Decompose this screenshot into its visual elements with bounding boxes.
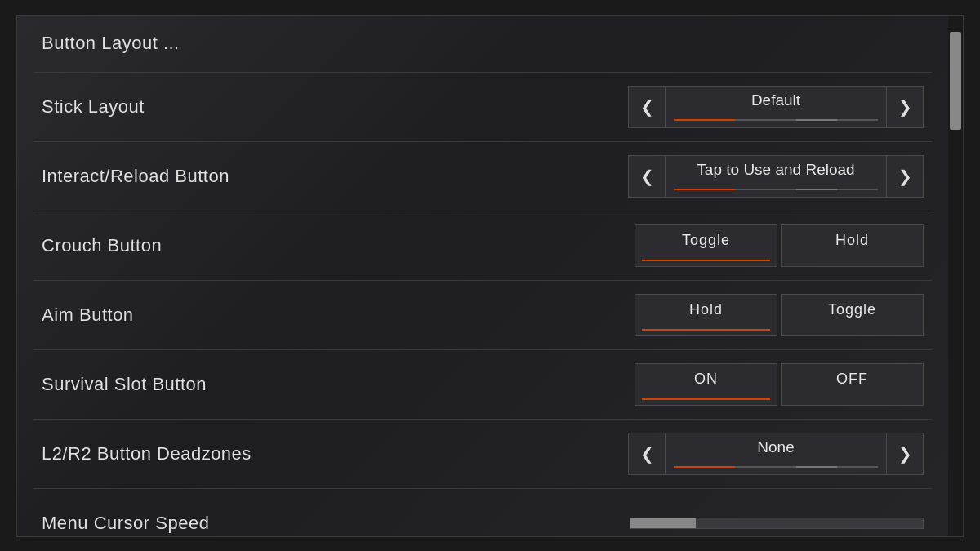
setting-row-cursor-speed: Menu Cursor Speed [33,489,932,552]
cursor-speed-label: Menu Cursor Speed [42,513,209,534]
stick-layout-control: ❮ Default ❯ [628,86,924,128]
stick-layout-value-box: Default [666,86,886,128]
crouch-toggle-label: Toggle [682,232,730,249]
setting-row-stick-layout: Stick Layout ❮ Default ❯ [33,73,932,142]
cursor-speed-control [630,518,924,529]
deadzones-underline [674,466,878,468]
stick-layout-label: Stick Layout [42,96,145,118]
scrollbar-thumb[interactable] [950,32,961,130]
stick-layout-value: Default [751,91,800,109]
setting-row-interact-reload: Interact/Reload Button ❮ Tap to Use and … [33,142,932,211]
crouch-toggle-underline [642,260,770,261]
crouch-hold-label: Hold [835,232,869,249]
setting-row-crouch: Crouch Button Toggle Hold [33,211,932,281]
deadzones-right-arrow[interactable]: ❯ [886,433,924,475]
crouch-hold-btn[interactable]: Hold [781,224,924,267]
aim-toggle-label: Toggle [828,301,876,318]
aim-toggle-btn[interactable]: Toggle [781,294,924,336]
setting-row-survival: Survival Slot Button ON OFF [33,350,932,420]
stick-layout-left-arrow[interactable]: ❮ [628,86,666,128]
aim-hold-label: Hold [689,301,723,318]
survival-on-underline [642,398,770,400]
survival-on-btn[interactable]: ON [635,363,777,406]
cursor-speed-thumb[interactable] [630,518,696,528]
survival-on-label: ON [694,371,718,388]
scrollbar[interactable] [948,16,963,536]
crouch-label: Crouch Button [42,235,162,256]
deadzones-label: L2/R2 Button Deadzones [42,443,252,464]
left-arrow-icon: ❮ [640,97,654,117]
survival-off-underline [788,398,916,400]
deadzones-left-arrow[interactable]: ❮ [628,433,666,475]
interact-reload-right-arrow[interactable]: ❯ [886,155,924,198]
cursor-speed-track[interactable] [630,518,924,529]
interact-reload-label: Interact/Reload Button [42,166,229,187]
settings-panel-wrapper: Button Layout ... Stick Layout ❮ Default… [16,15,964,537]
deadzones-control: ❮ None ❯ [628,433,924,475]
interact-reload-control: ❮ Tap to Use and Reload ❯ [628,155,924,198]
left-arrow-icon-3: ❮ [640,444,654,464]
stick-layout-right-arrow[interactable]: ❯ [886,86,924,128]
crouch-control: Toggle Hold [635,224,924,267]
right-arrow-icon-2: ❯ [898,167,912,186]
setting-row-deadzones: L2/R2 Button Deadzones ❮ None ❯ [33,420,932,489]
aim-hold-btn[interactable]: Hold [635,294,777,336]
stick-layout-underline [674,119,878,121]
aim-label: Aim Button [42,304,134,326]
aim-control: Hold Toggle [635,294,924,336]
deadzones-value-box: None [666,433,886,475]
interact-reload-underline [674,189,878,190]
aim-hold-underline [642,329,770,331]
left-arrow-icon-2: ❮ [640,167,654,186]
settings-panel: Button Layout ... Stick Layout ❮ Default… [17,16,948,536]
right-arrow-icon-3: ❯ [898,444,912,464]
interact-reload-value-box: Tap to Use and Reload [666,155,886,198]
crouch-hold-underline [788,260,916,261]
survival-off-btn[interactable]: OFF [781,363,924,406]
survival-control: ON OFF [635,363,924,406]
aim-toggle-underline [788,329,916,331]
interact-reload-value: Tap to Use and Reload [697,161,854,179]
crouch-toggle-btn[interactable]: Toggle [635,224,777,267]
setting-row-aim: Aim Button Hold Toggle [33,281,932,350]
survival-off-label: OFF [836,371,868,388]
survival-label: Survival Slot Button [42,374,207,395]
header-title: Button Layout ... [42,33,180,54]
interact-reload-left-arrow[interactable]: ❮ [628,155,666,198]
deadzones-value: None [757,438,794,456]
header-row: Button Layout ... [33,16,932,73]
right-arrow-icon: ❯ [898,97,912,117]
